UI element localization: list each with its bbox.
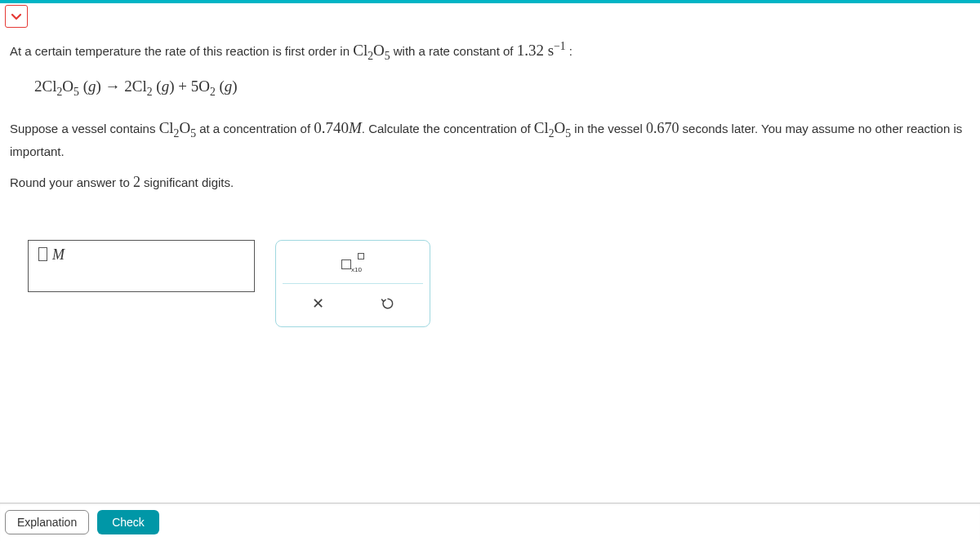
text: with a rate constant of [390, 44, 517, 58]
reset-button[interactable] [370, 287, 406, 320]
rate-constant: 1.32 s−1 [517, 42, 566, 59]
chem-species: Cl2O5 [534, 119, 571, 136]
toolbar-divider [283, 283, 423, 284]
text: Round your answer to [10, 175, 133, 189]
text: . Calculate the concentration of [362, 122, 534, 135]
chevron-down-icon [10, 10, 23, 23]
undo-icon [380, 295, 396, 312]
reaction-equation: 2Cl2O5 (g) → 2Cl2 (g) + 5O2 (g) [10, 73, 970, 100]
check-button[interactable]: Check [97, 510, 159, 534]
text: : [566, 44, 572, 58]
text: significant digits. [140, 175, 234, 189]
problem-panel: At a certain temperature the rate of thi… [0, 3, 980, 327]
text: at a concentration of [196, 122, 314, 135]
concentration: 0.740M [314, 119, 362, 136]
answer-unit: M [52, 247, 65, 262]
text: in the vessel [571, 122, 646, 135]
time-value: 0.670 [646, 120, 679, 136]
sigfig-count: 2 [133, 174, 140, 190]
paragraph-2: Suppose a vessel contains Cl2O5 at a con… [10, 115, 970, 162]
chem-species: Cl2O5 [159, 119, 196, 136]
answer-slot[interactable] [38, 247, 47, 261]
answer-area: M x10 ✕ [10, 240, 970, 327]
answer-input[interactable]: M [28, 240, 255, 292]
chem-species: Cl2O5 [353, 42, 390, 59]
paragraph-3: Round your answer to 2 significant digit… [10, 170, 970, 195]
scientific-notation-button[interactable]: x10 [335, 247, 371, 280]
paragraph-1: At a certain temperature the rate of thi… [10, 38, 970, 64]
scientific-notation-icon: x10 [341, 253, 364, 274]
text: Suppose a vessel contains [10, 122, 159, 135]
explanation-button[interactable]: Explanation [5, 510, 89, 534]
equation-toolbar: x10 ✕ [275, 240, 430, 327]
collapse-toggle[interactable] [5, 5, 28, 28]
footer-bar: Explanation Check [0, 503, 980, 541]
x-icon: ✕ [312, 291, 324, 317]
text: At a certain temperature the rate of thi… [10, 44, 353, 58]
clear-button[interactable]: ✕ [300, 287, 336, 320]
